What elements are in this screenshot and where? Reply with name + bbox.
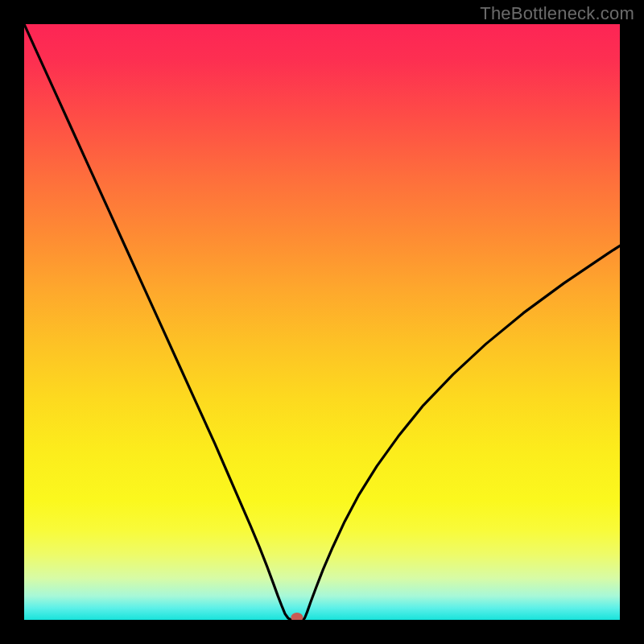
- plot-area: [24, 24, 620, 620]
- chart-frame: TheBottleneck.com: [0, 0, 644, 644]
- bottleneck-curve: [24, 24, 620, 620]
- curve-svg: [24, 24, 620, 620]
- optimum-marker: [291, 613, 303, 620]
- watermark-text: TheBottleneck.com: [480, 3, 634, 24]
